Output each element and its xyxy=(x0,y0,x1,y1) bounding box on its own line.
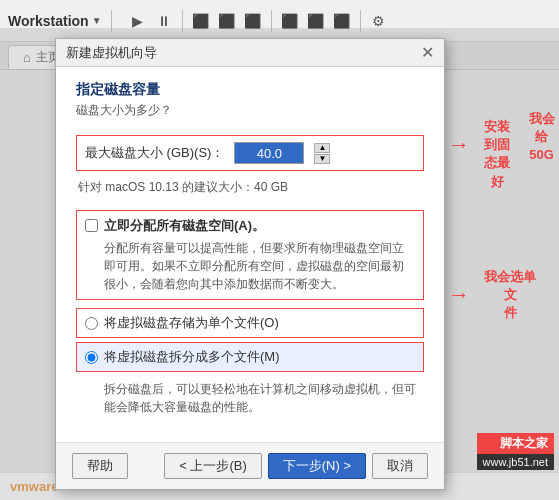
disk-size-spinner[interactable]: ▲ ▼ xyxy=(314,143,330,164)
dialog-title-bar: 新建虚拟机向导 ✕ xyxy=(56,39,444,67)
workstation-dropdown-arrow[interactable]: ▼ xyxy=(92,15,102,26)
disk-size-row: 最大磁盘大小 (GB)(S)： ▲ ▼ xyxy=(76,135,424,171)
annotation-text1-3: 态最 xyxy=(484,155,510,170)
dialog-subheading: 磁盘大小为多少？ xyxy=(76,102,424,119)
annotation-text1-2: 到固 xyxy=(484,137,510,152)
annotation-text3-2: 文 xyxy=(504,287,517,302)
next-button[interactable]: 下一步(N) > xyxy=(268,453,366,479)
dialog-footer: 帮助 < 上一步(B) 下一步(N) > 取消 xyxy=(56,442,444,489)
multi-file-label[interactable]: 将虚拟磁盘拆分成多个文件(M) xyxy=(104,348,280,366)
watermark: 脚本之家 www.jb51.net xyxy=(477,433,554,470)
dialog-title-text: 新建虚拟机向导 xyxy=(66,44,157,62)
multi-file-radio-row[interactable]: 将虚拟磁盘拆分成多个文件(M) xyxy=(76,342,424,372)
prev-button[interactable]: < 上一步(B) xyxy=(164,453,262,479)
storage-radio-group: 将虚拟磁盘存储为单个文件(O) 将虚拟磁盘拆分成多个文件(M) 拆分磁盘后，可以… xyxy=(76,308,424,422)
annotation-50g: 我会给 50G xyxy=(524,110,559,165)
workstation-label[interactable]: Workstation ▼ xyxy=(8,13,102,29)
annotation-install: 安装 到固 态最 好 xyxy=(484,118,510,191)
spinner-up-button[interactable]: ▲ xyxy=(314,143,330,153)
annotation-text2-2: 50G xyxy=(529,147,554,162)
annotation-text1-4: 好 xyxy=(491,174,504,189)
arrow-1: → xyxy=(448,132,470,158)
multi-file-desc: 拆分磁盘后，可以更轻松地在计算机之间移动虚拟机，但可能会降低大容量磁盘的性能。 xyxy=(76,376,424,422)
dialog-body: 指定磁盘容量 磁盘大小为多少？ 最大磁盘大小 (GB)(S)： ▲ ▼ 针对 m… xyxy=(56,67,444,442)
recommend-text: 针对 macOS 10.13 的建议大小：40 GB xyxy=(76,179,424,196)
help-button[interactable]: 帮助 xyxy=(72,453,128,479)
disk-size-input[interactable] xyxy=(234,142,304,164)
single-file-radio-row[interactable]: 将虚拟磁盘存储为单个文件(O) xyxy=(76,308,424,338)
watermark-bottom: www.jb51.net xyxy=(477,454,554,470)
spinner-down-button[interactable]: ▼ xyxy=(314,154,330,164)
annotation-text1-1: 安装 xyxy=(484,119,510,134)
disk-size-label: 最大磁盘大小 (GB)(S)： xyxy=(85,144,224,162)
allocate-checkbox-desc: 分配所有容量可以提高性能，但要求所有物理磁盘空间立即可用。如果不立即分配所有空间… xyxy=(104,239,415,293)
workstation-text: Workstation xyxy=(8,13,89,29)
single-file-radio[interactable] xyxy=(85,317,98,330)
dialog-close-button[interactable]: ✕ xyxy=(421,45,434,61)
allocate-checkbox[interactable] xyxy=(85,219,98,232)
annotation-text3-3: 件 xyxy=(504,305,517,320)
nav-buttons: < 上一步(B) 下一步(N) > 取消 xyxy=(164,453,428,479)
new-vm-wizard-dialog: 新建虚拟机向导 ✕ 指定磁盘容量 磁盘大小为多少？ 最大磁盘大小 (GB)(S)… xyxy=(55,38,445,490)
annotation-text3-1: 我会选单 xyxy=(484,269,536,284)
allocate-checkbox-label: 立即分配所有磁盘空间(A)。 xyxy=(104,217,415,235)
allocate-checkbox-row: 立即分配所有磁盘空间(A)。 分配所有容量可以提高性能，但要求所有物理磁盘空间立… xyxy=(76,210,424,300)
single-file-label[interactable]: 将虚拟磁盘存储为单个文件(O) xyxy=(104,314,279,332)
annotation-single: 我会选单 文 件 xyxy=(484,268,536,323)
arrow-2: → xyxy=(448,282,470,308)
multi-file-radio[interactable] xyxy=(85,351,98,364)
watermark-top: 脚本之家 xyxy=(477,433,554,454)
dialog-heading: 指定磁盘容量 xyxy=(76,81,424,99)
cancel-button[interactable]: 取消 xyxy=(372,453,428,479)
annotation-text2-1: 我会给 xyxy=(529,111,555,144)
